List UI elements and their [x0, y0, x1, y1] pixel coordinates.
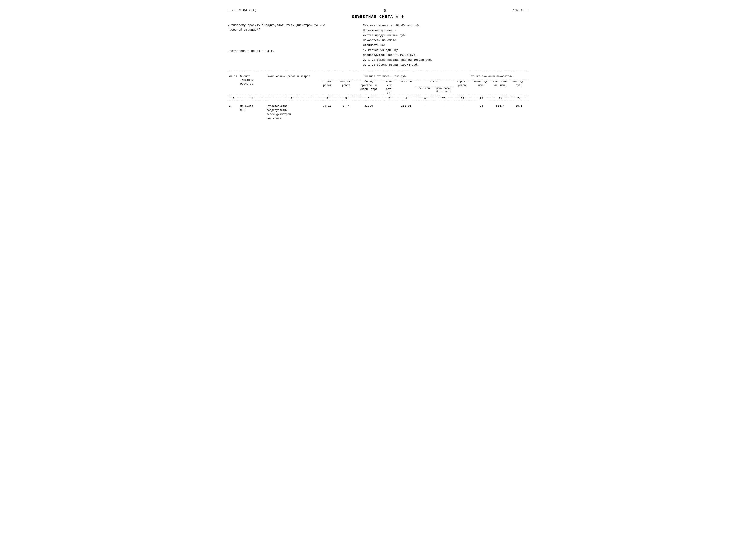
- cell-montazh: 3,74: [337, 103, 356, 121]
- th-stroit: строит. работ: [318, 79, 337, 96]
- doc-number: 902-5-9.84 (IX): [228, 9, 257, 12]
- num-col-3: 3: [265, 96, 318, 101]
- info-line5: Стоимость на:: [363, 43, 528, 48]
- num-col-6: 6: [355, 96, 382, 101]
- th-smet: № смет (сметных расчетов): [239, 74, 266, 96]
- num-col-14: I4: [510, 96, 528, 101]
- cell-pro: -: [382, 103, 397, 121]
- th-montazh: монтаж. работ: [337, 79, 356, 96]
- cell-naim: м3: [472, 103, 491, 121]
- th-sto: им. ед. руб.: [510, 79, 528, 96]
- th-nn: №№ пп: [228, 74, 239, 96]
- cell-name: Строительствоосадкоуплотни-телей диаметр…: [265, 103, 318, 121]
- info-line9: 3. 1 м3 объема здания 19,74 руб.: [363, 63, 528, 68]
- th-vse: все- го: [397, 79, 416, 96]
- num-col-10: IO: [435, 96, 453, 101]
- composed-text: Составлена в ценах 1984 г.: [228, 50, 363, 53]
- th-name: Наименование работ и затрат: [265, 74, 318, 96]
- main-table: №№ пп № смет (сметных расчетов) Наименов…: [228, 74, 528, 121]
- header-row: 902-5-9.84 (IX) 6 19754-09: [228, 9, 528, 13]
- th-obor: оборуд. приспос. и инвен- таря: [355, 79, 382, 96]
- cell-nn: I: [228, 103, 239, 121]
- th-os: ос- нов.: [415, 86, 435, 96]
- num-col-12: I2: [472, 96, 491, 101]
- page-title: ОБЪЕКТНАЯ СМЕТА № 0: [228, 15, 528, 19]
- header-center: 6: [257, 9, 513, 13]
- top-divider: [228, 72, 528, 72]
- info-line7: производительности 4016,25 руб.: [363, 53, 528, 58]
- info-line2: Нормативно-условно-: [363, 28, 528, 33]
- project-line1: к типовому проекту "Осадкоуплотнители ди…: [228, 24, 325, 27]
- cell-stroit: 77,II: [318, 103, 337, 121]
- th-pro: про- чих зат- рат: [382, 79, 397, 96]
- cell-os: -: [415, 103, 435, 121]
- cell-vse: III,9I: [397, 103, 416, 121]
- cell-smet: Об.смета№ I: [239, 103, 266, 121]
- spacer-after-numbers: [228, 101, 528, 103]
- num-col-7: 7: [382, 96, 397, 101]
- num-col-4: 4: [318, 96, 337, 101]
- num-col-11: II: [453, 96, 472, 101]
- num-col-2: 2: [239, 96, 266, 101]
- th-norm: нормат. услов.: [453, 79, 472, 96]
- info-block: Сметная стоимость 160,65 тыс.руб. Нормат…: [363, 23, 528, 67]
- cell-sto: I57I: [510, 103, 528, 121]
- info-line6: 1. Расчетную единицу: [363, 48, 528, 53]
- th-tech-group: Технико-экономич показатели: [453, 74, 528, 79]
- table-row: I Об.смета№ I Строительствоосадкоуплотни…: [228, 103, 528, 121]
- num-col-9: 9: [415, 96, 435, 101]
- th-naim: наим. ед. изм.: [472, 79, 491, 96]
- info-line4: Показатели по смете: [363, 38, 528, 43]
- doc-code: 19754-09: [513, 9, 528, 12]
- num-col-1: I: [228, 96, 239, 101]
- col-header-row: №№ пп № смет (сметных расчетов) Наименов…: [228, 74, 528, 79]
- num-col-8: 8: [397, 96, 416, 101]
- project-subtitle: к типовому проекту "Осадкоуплотнители ди…: [228, 23, 363, 32]
- cell-norm: -: [453, 103, 472, 121]
- project-line2: насосной станцией": [228, 28, 260, 32]
- subtitle-left: к типовому проекту "Осадкоуплотнители ди…: [228, 23, 363, 67]
- th-btch: в т.ч.: [415, 79, 453, 86]
- info-line3: чистая продукция тыс.руб.: [363, 33, 528, 38]
- th-nov: нов. зара- бот. плата: [435, 86, 453, 96]
- cell-obor: 3I,06: [355, 103, 382, 121]
- header-right: 19754-09: [513, 9, 528, 12]
- th-cost-group: Сметная стоимость ,тыс.руб.: [318, 74, 453, 79]
- page-number: 6: [383, 9, 386, 13]
- page-container: 902-5-9.84 (IX) 6 19754-09 ОБЪЕКТНАЯ СМЕ…: [228, 9, 528, 121]
- subtitle-section: к типовому проекту "Осадкоуплотнители ди…: [228, 23, 528, 67]
- header-left: 902-5-9.84 (IX): [228, 9, 257, 12]
- info-line8: 2. 1 м2 общей площади зданий 108,28 руб.: [363, 58, 528, 63]
- number-row: I 2 3 4 5 6 7 8 9 IO II I2 I3 I4: [228, 96, 528, 101]
- cell-kvo: 5I474: [491, 103, 510, 121]
- info-line1: Сметная стоимость 160,65 тыс.руб.: [363, 23, 528, 28]
- num-col-5: 5: [337, 96, 356, 101]
- num-col-13: I3: [491, 96, 510, 101]
- cell-exp: -: [435, 103, 453, 121]
- th-kvo: к-во сто- им. изм.: [491, 79, 510, 96]
